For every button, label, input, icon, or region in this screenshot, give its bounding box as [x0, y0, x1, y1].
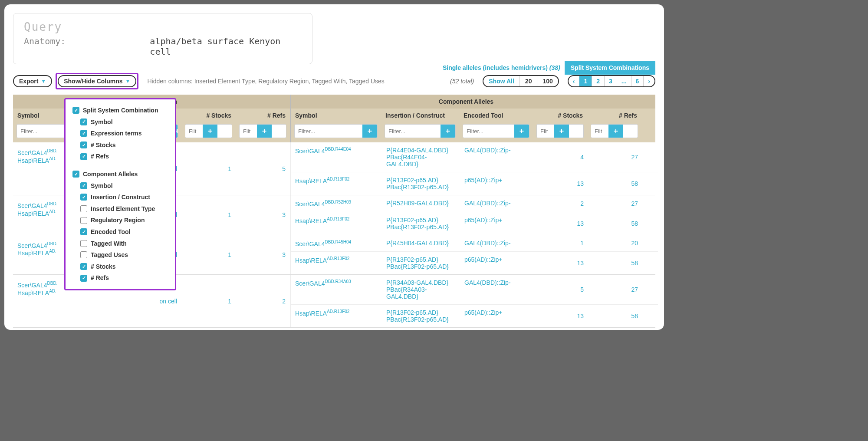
ssc-stocks[interactable]: 1 [181, 235, 236, 275]
filter-refs-ssc[interactable]: + [239, 124, 286, 138]
ssc-refs[interactable]: 3 [236, 235, 290, 275]
page-size-100[interactable]: 100 [537, 76, 558, 86]
comp-refs[interactable]: 20 [588, 235, 642, 252]
checkbox-icon[interactable] [80, 251, 87, 258]
dd-option[interactable]: Expression terms [80, 128, 171, 139]
dd-option[interactable]: # Stocks [80, 139, 171, 151]
comp-insertion[interactable]: P{R34A03-GAL4.DBD}PBac{R34A03-GAL4.DBD} [382, 275, 460, 304]
comp-refs[interactable]: 58 [588, 305, 642, 327]
comp-tool[interactable]: GAL4(DBD)::Zip- [460, 142, 534, 172]
ssc-refs[interactable]: 3 [236, 195, 290, 235]
comp-insertion[interactable]: P{R45H04-GAL4.DBD} [382, 235, 460, 252]
plus-icon[interactable]: + [362, 125, 377, 138]
comp-refs[interactable]: 27 [588, 195, 642, 212]
plus-icon[interactable]: + [608, 125, 623, 138]
ssc-stocks[interactable]: 1 [181, 195, 236, 235]
comp-refs[interactable]: 27 [588, 275, 642, 304]
checkbox-icon[interactable] [80, 275, 87, 282]
comp-stocks[interactable]: 13 [534, 305, 588, 327]
ssc-stocks[interactable]: 1 [181, 275, 236, 327]
comp-insertion[interactable]: P{R13F02-p65.AD}PBac{R13F02-p65.AD} [382, 252, 460, 274]
show-hide-columns-button[interactable]: Show/Hide Columns ▼ [58, 75, 136, 87]
tab-single-alleles[interactable]: Single alleles (includes hemidrivers) (3… [438, 61, 565, 75]
comp-tool[interactable]: p65(AD)::Zip+ [460, 252, 534, 274]
export-button[interactable]: Export ▼ [13, 75, 52, 87]
plus-icon[interactable]: + [554, 125, 569, 138]
dd-option[interactable]: Tagged Uses [80, 249, 171, 261]
dd-option[interactable]: Insertion / Construct [80, 191, 171, 203]
show-all-btn[interactable]: Show All [483, 76, 520, 86]
pager-prev[interactable]: ‹ [569, 76, 580, 86]
checkbox-icon[interactable] [80, 263, 87, 270]
comp-symbol[interactable]: Hsap\RELAAD.R13F02 [291, 252, 382, 274]
dd-option[interactable]: Regulatory Region [80, 214, 171, 226]
comp-stocks[interactable]: 13 [534, 212, 588, 235]
checkbox-icon[interactable] [72, 171, 79, 178]
filter-stocks-comp[interactable]: + [536, 124, 584, 138]
pager-next[interactable]: › [644, 76, 654, 86]
filter-tool[interactable]: + [463, 124, 529, 138]
plus-icon[interactable]: + [514, 125, 529, 138]
filter-symbol-comp[interactable]: + [294, 124, 378, 138]
comp-insertion[interactable]: P{R44E04-GAL4.DBD}PBac{R44E04-GAL4.DBD} [382, 142, 460, 172]
comp-symbol[interactable]: Hsap\RELAAD.R13F02 [291, 212, 382, 235]
comp-tool[interactable]: p65(AD)::Zip+ [460, 212, 534, 235]
comp-symbol[interactable]: Scer\GAL4DBD.R45H04 [291, 235, 382, 252]
col-refs-comp[interactable]: # Refs [587, 109, 641, 122]
checkbox-icon[interactable] [80, 194, 87, 201]
tab-split-system[interactable]: Split System Combinations [565, 61, 655, 75]
checkbox-icon[interactable] [80, 205, 87, 212]
comp-symbol[interactable]: Scer\GAL4DBD.R52H09 [291, 195, 382, 212]
plus-icon[interactable]: + [441, 125, 455, 138]
checkbox-icon[interactable] [80, 240, 87, 247]
comp-insertion[interactable]: P{R13F02-p65.AD}PBac{R13F02-p65.AD} [382, 172, 460, 195]
pager-6[interactable]: 6 [631, 76, 644, 86]
dd-option[interactable]: Inserted Element Type [80, 203, 171, 215]
comp-stocks[interactable]: 2 [534, 195, 588, 212]
comp-symbol[interactable]: Hsap\RELAAD.R13F02 [291, 305, 382, 327]
comp-insertion[interactable]: P{R52H09-GAL4.DBD} [382, 195, 460, 212]
dd-option[interactable]: # Refs [80, 151, 171, 162]
checkbox-icon[interactable] [80, 182, 87, 189]
dd-group[interactable]: Component Alleles [72, 168, 171, 180]
page-size-20[interactable]: 20 [520, 76, 538, 86]
ssc-stocks[interactable]: 1 [181, 142, 236, 195]
comp-stocks[interactable]: 5 [534, 275, 588, 304]
checkbox-icon[interactable] [80, 153, 87, 160]
comp-refs[interactable]: 58 [588, 212, 642, 235]
ssc-refs[interactable]: 5 [236, 142, 290, 195]
checkbox-icon[interactable] [80, 118, 87, 125]
checkbox-icon[interactable] [80, 228, 87, 235]
comp-insertion[interactable]: P{R13F02-p65.AD}PBac{R13F02-p65.AD} [382, 212, 460, 235]
comp-tool[interactable]: p65(AD)::Zip+ [460, 305, 534, 327]
comp-stocks[interactable]: 1 [534, 235, 588, 252]
comp-symbol[interactable]: Scer\GAL4DBD.R44E04 [291, 142, 382, 172]
filter-refs-comp[interactable]: + [591, 124, 638, 138]
comp-symbol[interactable]: Scer\GAL4DBD.R34A03 [291, 275, 382, 304]
dd-option[interactable]: Tagged With [80, 238, 171, 250]
col-refs-ssc[interactable]: # Refs [236, 109, 290, 122]
pager-3[interactable]: 3 [605, 76, 617, 86]
comp-tool[interactable]: GAL4(DBD)::Zip- [460, 235, 534, 252]
dd-option[interactable]: Encoded Tool [80, 226, 171, 238]
comp-symbol[interactable]: Hsap\RELAAD.R13F02 [291, 172, 382, 195]
comp-stocks[interactable]: 4 [534, 142, 588, 172]
col-symbol-comp[interactable]: Symbol [290, 109, 381, 122]
pager-2[interactable]: 2 [592, 76, 605, 86]
comp-tool[interactable]: GAL4(DBD)::Zip- [460, 195, 534, 212]
checkbox-icon[interactable] [80, 217, 87, 224]
dd-option[interactable]: Symbol [80, 116, 171, 128]
plus-icon[interactable]: + [257, 125, 272, 138]
filter-insertion[interactable]: + [385, 124, 456, 138]
col-stocks-comp[interactable]: # Stocks [533, 109, 587, 122]
dd-option[interactable]: # Stocks [80, 261, 171, 273]
dd-group[interactable]: Split System Combination [72, 105, 171, 116]
comp-tool[interactable]: p65(AD)::Zip+ [460, 172, 534, 195]
show-hide-dropdown[interactable]: Split System CombinationSymbolExpression… [64, 98, 176, 290]
comp-tool[interactable]: GAL4(DBD)::Zip- [460, 275, 534, 304]
dd-option[interactable]: Symbol [80, 180, 171, 192]
checkbox-icon[interactable] [72, 107, 79, 114]
plus-icon[interactable]: + [203, 125, 217, 138]
comp-insertion[interactable]: P{R13F02-p65.AD}PBac{R13F02-p65.AD} [382, 305, 460, 327]
checkbox-icon[interactable] [80, 142, 87, 148]
